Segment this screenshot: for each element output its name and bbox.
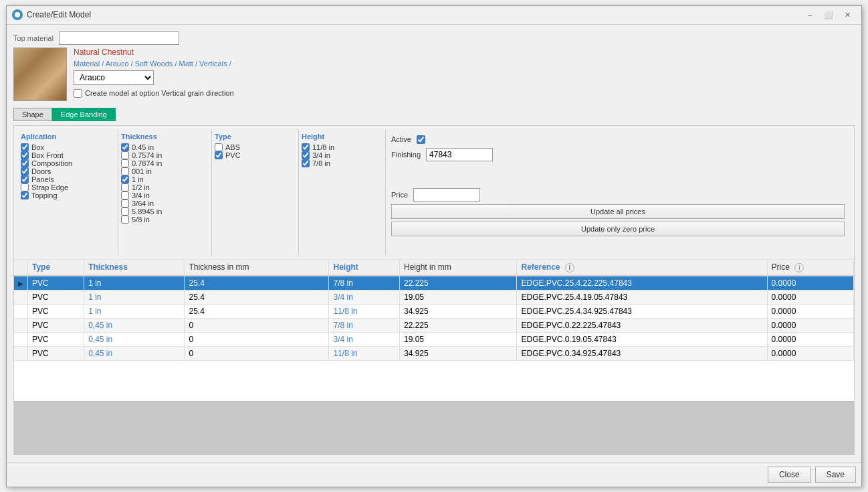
th-reference: Reference i	[517, 260, 767, 276]
th-07574-item: 0.7574 in	[121, 151, 209, 159]
height-header: Height	[302, 133, 383, 141]
th-arrow	[14, 260, 28, 276]
app-panels-checkbox[interactable]	[21, 175, 29, 183]
td-height-5: 11/8 in	[329, 346, 400, 360]
ht-118-item: 11/8 in	[302, 143, 383, 151]
td-reference-3: EDGE.PVC.0.22.225.47843	[517, 318, 767, 332]
app-boxfront-label: Box Front	[31, 151, 64, 159]
th-364-checkbox[interactable]	[121, 199, 129, 208]
th-1-checkbox[interactable]	[121, 175, 129, 183]
price-label: Price	[391, 191, 408, 199]
th-001-checkbox[interactable]	[121, 167, 129, 175]
ht-118-checkbox[interactable]	[302, 143, 310, 151]
active-checkbox[interactable]	[417, 135, 425, 144]
top-material-row: Top material	[13, 31, 855, 45]
th-58945-item: 5.8945 in	[121, 208, 209, 216]
th-07874-checkbox[interactable]	[121, 159, 129, 167]
material-select[interactable]: Arauco	[74, 70, 154, 85]
th-34-checkbox[interactable]	[121, 191, 129, 199]
ht-34-label: 3/4 in	[312, 151, 330, 159]
td-price-0: 0.0000	[767, 276, 853, 291]
row-arrow-cell: ▶	[14, 276, 28, 291]
app-box-checkbox[interactable]	[21, 143, 29, 151]
app-icon	[12, 9, 23, 20]
td-reference-4: EDGE.PVC.0.19.05.47843	[517, 332, 767, 346]
top-material-label: Top material	[13, 34, 53, 42]
bottom-bar: Close Save	[7, 462, 861, 487]
app-panels-item: Panels	[21, 175, 115, 183]
filter-section: Aplication Box Box Front Composition	[18, 130, 850, 255]
table-row[interactable]: PVC 0,45 in 0 7/8 in 22.225 EDGE.PVC.0.2…	[14, 318, 854, 332]
app-doors-checkbox[interactable]	[21, 167, 29, 175]
app-boxfront-item: Box Front	[21, 151, 115, 159]
price-section: Price Update all prices Update only zero…	[391, 188, 845, 236]
th-height-mm-label: Height in mm	[404, 262, 451, 272]
save-button-footer[interactable]: Save	[815, 467, 856, 483]
active-row: Active	[391, 135, 845, 144]
type-pvc-checkbox[interactable]	[215, 151, 223, 159]
grain-direction-checkbox[interactable]	[74, 89, 82, 98]
th-thickness-mm-label: Thickness in mm	[189, 262, 249, 272]
th-045-label: 0.45 in	[132, 143, 154, 151]
td-height-mm-2: 34.925	[400, 304, 517, 318]
material-dropdown-row: Arauco	[74, 70, 855, 85]
td-thickness-4: 0,45 in	[84, 332, 185, 346]
th-type-label: Type	[32, 262, 50, 272]
ht-78-checkbox[interactable]	[302, 159, 310, 167]
tab-shape[interactable]: Shape	[13, 108, 52, 121]
reference-info-icon[interactable]: i	[565, 263, 574, 272]
update-zero-price-button[interactable]: Update only zero price	[391, 222, 845, 236]
row-arrow-cell	[14, 346, 28, 360]
td-price-1: 0.0000	[767, 290, 853, 304]
app-strap-item: Strap Edge	[21, 183, 115, 191]
type-abs-checkbox[interactable]	[215, 143, 223, 151]
app-composition-checkbox[interactable]	[21, 159, 29, 167]
td-thickness-mm-1: 25.4	[185, 290, 329, 304]
td-type-1: PVC	[28, 290, 84, 304]
empty-area	[14, 401, 854, 455]
app-strap-checkbox[interactable]	[21, 183, 29, 191]
ht-34-item: 3/4 in	[302, 151, 383, 159]
thickness-column: Thickness 0.45 in 0.7574 in 0.7874 in	[118, 130, 212, 255]
table-row[interactable]: PVC 0,45 in 0 3/4 in 19.05 EDGE.PVC.0.19…	[14, 332, 854, 346]
table-row[interactable]: ▶ PVC 1 in 25.4 7/8 in 22.225 EDGE.PVC.2…	[14, 276, 854, 291]
row-arrow-cell	[14, 304, 28, 318]
update-all-prices-button[interactable]: Update all prices	[391, 204, 845, 219]
finishing-input[interactable]	[426, 148, 493, 161]
maximize-button[interactable]: ⬜	[820, 8, 837, 21]
th-58-checkbox[interactable]	[121, 216, 129, 224]
tab-edge-banding[interactable]: Edge Banding	[52, 108, 116, 121]
app-box-label: Box	[31, 143, 44, 151]
app-topping-checkbox[interactable]	[21, 191, 29, 199]
row-arrow-icon: ▶	[18, 280, 23, 287]
app-composition-item: Composition	[21, 159, 115, 167]
material-thumbnail	[13, 48, 67, 101]
minimize-button[interactable]: –	[801, 8, 819, 21]
close-button[interactable]: ✕	[839, 8, 856, 21]
app-doors-item: Doors	[21, 167, 115, 175]
close-button-footer[interactable]: Close	[768, 467, 811, 483]
th-07574-checkbox[interactable]	[121, 151, 129, 159]
price-info-icon[interactable]: i	[794, 263, 804, 272]
top-material-input[interactable]	[59, 31, 179, 45]
td-height-mm-1: 19.05	[400, 290, 517, 304]
th-58945-checkbox[interactable]	[121, 208, 129, 216]
ht-34-checkbox[interactable]	[302, 151, 310, 159]
table-row[interactable]: PVC 0,45 in 0 11/8 in 34.925 EDGE.PVC.0.…	[14, 346, 854, 360]
table-row[interactable]: PVC 1 in 25.4 3/4 in 19.05 EDGE.PVC.25.4…	[14, 290, 854, 304]
td-reference-2: EDGE.PVC.25.4.34.925.47843	[517, 304, 767, 318]
filter-area: Aplication Box Box Front Composition	[14, 126, 854, 260]
td-reference-5: EDGE.PVC.0.34.925.47843	[517, 346, 767, 360]
table-row[interactable]: PVC 1 in 25.4 11/8 in 34.925 EDGE.PVC.25…	[14, 304, 854, 318]
th-001-item: 001 in	[121, 167, 209, 175]
type-header: Type	[215, 133, 296, 141]
th-height-label: Height	[333, 262, 358, 272]
th-half-checkbox[interactable]	[121, 183, 129, 191]
price-input[interactable]	[413, 188, 480, 201]
app-boxfront-checkbox[interactable]	[21, 151, 29, 159]
app-doors-label: Doors	[31, 167, 51, 175]
th-reference-label: Reference	[521, 262, 560, 272]
application-header: Aplication	[21, 133, 115, 141]
th-height: Height	[329, 260, 400, 276]
th-045-checkbox[interactable]	[121, 143, 129, 151]
